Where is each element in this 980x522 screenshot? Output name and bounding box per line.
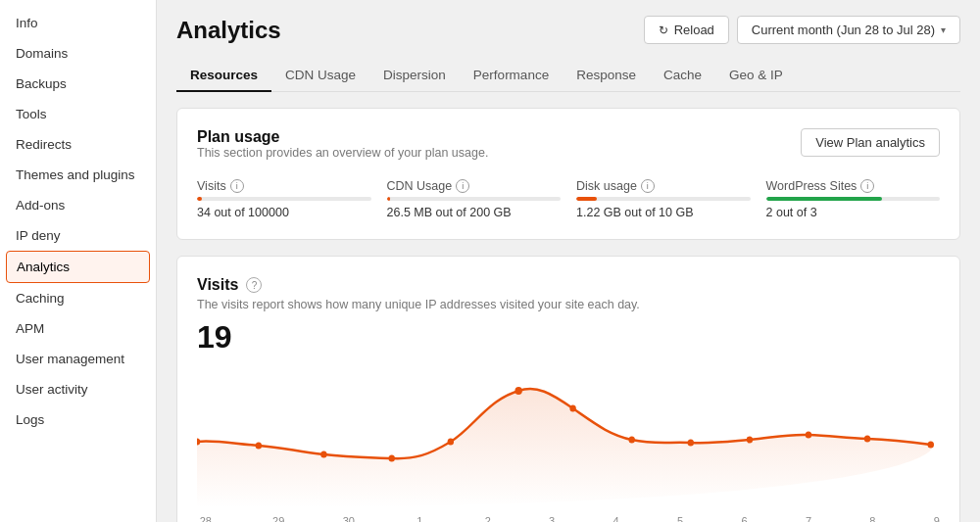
metric-progress-fill-3 xyxy=(766,197,883,201)
chart-label-6: 4 xyxy=(613,515,619,522)
chart-dot xyxy=(747,437,753,444)
metric-disk-usage: Disk usage i 1.22 GB out of 10 GB xyxy=(576,179,751,219)
reload-button[interactable]: ↻ Reload xyxy=(644,16,729,44)
visits-chart: 28Jun29301Jul23456789 xyxy=(197,371,940,522)
sidebar: InfoDomainsBackupsToolsRedirectsThemes a… xyxy=(0,0,157,522)
chart-x-labels: 28Jun29301Jul23456789 xyxy=(197,511,940,522)
sidebar-item-info[interactable]: Info xyxy=(0,8,156,38)
plan-usage-subtitle: This section provides an overview of you… xyxy=(197,146,488,160)
page-title: Analytics xyxy=(176,17,281,44)
sidebar-item-redirects[interactable]: Redirects xyxy=(0,129,156,160)
sidebar-item-add-ons[interactable]: Add-ons xyxy=(0,190,156,220)
chart-area-fill xyxy=(197,389,933,508)
sidebar-item-caching[interactable]: Caching xyxy=(0,283,156,313)
metric-cdn-usage: CDN Usage i 26.5 MB out of 200 GB xyxy=(387,179,562,219)
metric-progress-bar-1 xyxy=(387,197,562,201)
chart-dot xyxy=(864,436,870,443)
chart-label-5: 3 xyxy=(549,515,555,522)
sidebar-item-user-activity[interactable]: User activity xyxy=(0,374,156,404)
tab-resources[interactable]: Resources xyxy=(176,60,271,92)
sidebar-item-tools[interactable]: Tools xyxy=(0,99,156,129)
chart-dot xyxy=(688,440,694,447)
sidebar-item-analytics[interactable]: Analytics xyxy=(6,251,150,283)
metric-value-2: 1.22 GB out of 10 GB xyxy=(576,206,751,219)
chart-label-3: 1Jul xyxy=(413,515,426,522)
visits-title: Visits xyxy=(197,276,238,294)
chart-label-1: 29 xyxy=(272,515,284,522)
visits-card: Visits ? The visits report shows how man… xyxy=(176,256,960,522)
metric-wordpress-sites: WordPress Sites i 2 out of 3 xyxy=(766,179,941,219)
plan-usage-title-group: Plan usage This section provides an over… xyxy=(197,128,488,175)
visits-header: Visits ? xyxy=(197,276,940,294)
chart-svg xyxy=(197,371,940,508)
metric-label-0: Visits i xyxy=(197,179,371,193)
tab-geo---ip[interactable]: Geo & IP xyxy=(715,60,797,92)
sidebar-item-user-management[interactable]: User management xyxy=(0,344,156,374)
plan-usage-card: Plan usage This section provides an over… xyxy=(176,108,960,240)
metric-value-0: 34 out of 100000 xyxy=(197,206,371,219)
metric-label-2: Disk usage i xyxy=(576,179,751,193)
metrics-grid: Visits i 34 out of 100000 CDN Usage i 26… xyxy=(197,179,940,219)
tab-response[interactable]: Response xyxy=(563,60,650,92)
sidebar-item-themes-plugins[interactable]: Themes and plugins xyxy=(0,160,156,190)
view-plan-analytics-button[interactable]: View Plan analytics xyxy=(801,128,940,157)
tabs-bar: ResourcesCDN UsageDispersionPerformanceR… xyxy=(176,60,960,92)
chart-dot xyxy=(389,455,395,462)
chart-dot xyxy=(628,437,634,444)
chevron-down-icon: ▾ xyxy=(941,24,946,35)
chart-label-8: 6 xyxy=(741,515,747,522)
chart-dot xyxy=(514,387,521,395)
chart-dot xyxy=(569,405,575,412)
page-header: Analytics ↻ Reload Current month (Jun 28… xyxy=(176,16,960,44)
chart-label-10: 8 xyxy=(869,515,875,522)
chart-label-7: 5 xyxy=(677,515,683,522)
metric-info-icon-3: i xyxy=(860,179,874,193)
metric-info-icon-0: i xyxy=(230,179,244,193)
sidebar-item-ip-deny[interactable]: IP deny xyxy=(0,220,156,251)
metric-value-3: 2 out of 3 xyxy=(766,206,941,219)
metric-progress-bar-2 xyxy=(576,197,751,201)
sidebar-item-backups[interactable]: Backups xyxy=(0,69,156,99)
metric-info-icon-2: i xyxy=(641,179,655,193)
metric-label-3: WordPress Sites i xyxy=(766,179,941,193)
sidebar-item-logs[interactable]: Logs xyxy=(0,404,156,435)
chart-label-9: 7 xyxy=(806,515,811,522)
metric-progress-fill-2 xyxy=(576,197,597,201)
metric-info-icon-1: i xyxy=(456,179,469,193)
reload-icon: ↻ xyxy=(659,24,668,37)
chart-label-0: 28Jun xyxy=(197,515,215,522)
main-content: Analytics ↻ Reload Current month (Jun 28… xyxy=(157,0,980,522)
chart-dot xyxy=(928,442,934,449)
chart-dot xyxy=(806,432,811,439)
metric-visits: Visits i 34 out of 100000 xyxy=(197,179,371,219)
chart-label-2: 30 xyxy=(343,515,355,522)
tab-cache[interactable]: Cache xyxy=(650,60,715,92)
metric-progress-fill-0 xyxy=(197,197,202,201)
visits-description: The visits report shows how many unique … xyxy=(197,298,940,311)
header-actions: ↻ Reload Current month (Jun 28 to Jul 28… xyxy=(644,16,960,44)
metric-progress-bar-3 xyxy=(766,197,941,201)
metric-progress-bar-0 xyxy=(197,197,371,201)
visits-title-group: Visits ? xyxy=(197,276,262,294)
tab-cdn-usage[interactable]: CDN Usage xyxy=(271,60,369,92)
chart-label-4: 2 xyxy=(485,515,491,522)
chart-dot xyxy=(448,439,454,446)
chart-dot xyxy=(256,443,262,450)
tab-dispersion[interactable]: Dispersion xyxy=(369,60,460,92)
sidebar-item-apm[interactable]: APM xyxy=(0,313,156,344)
date-range-button[interactable]: Current month (Jun 28 to Jul 28) ▾ xyxy=(737,16,960,44)
plan-usage-title: Plan usage xyxy=(197,128,488,146)
date-range-label: Current month (Jun 28 to Jul 28) xyxy=(752,23,935,37)
chart-label-11: 9 xyxy=(934,515,940,522)
chart-dot xyxy=(320,451,326,458)
tab-performance[interactable]: Performance xyxy=(460,60,563,92)
plan-usage-header: Plan usage This section provides an over… xyxy=(197,128,940,175)
visits-current-value: 19 xyxy=(197,319,940,356)
metric-label-1: CDN Usage i xyxy=(387,179,562,193)
metric-progress-fill-1 xyxy=(387,197,391,201)
reload-label: Reload xyxy=(674,23,714,37)
visits-info-icon: ? xyxy=(246,277,262,293)
metric-value-1: 26.5 MB out of 200 GB xyxy=(387,206,562,219)
sidebar-item-domains[interactable]: Domains xyxy=(0,38,156,69)
